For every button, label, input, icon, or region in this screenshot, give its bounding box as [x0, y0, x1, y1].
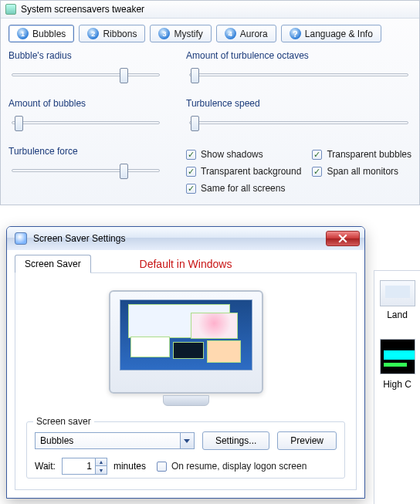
- dialog-title-text: Screen Saver Settings: [33, 233, 320, 244]
- preview-button[interactable]: Preview: [277, 431, 337, 450]
- wait-input[interactable]: [63, 458, 95, 474]
- check-label: Show shadows: [201, 149, 263, 160]
- checkbox-icon: ✓: [312, 150, 322, 160]
- check-label: Span all monitors: [327, 166, 398, 177]
- slider-label: Bubble's radius: [8, 50, 163, 61]
- tab-number-icon: 1: [17, 28, 29, 39]
- minutes-label: minutes: [113, 461, 146, 472]
- check-span-all-monitors[interactable]: ✓ Span all monitors: [312, 166, 412, 177]
- tab-number-icon: 3: [158, 28, 170, 39]
- dialog-titlebar[interactable]: Screen Saver Settings: [7, 227, 364, 250]
- settings-button[interactable]: Settings...: [202, 431, 269, 450]
- slider-label: Turbulence speed: [186, 98, 412, 109]
- dialog-body: Screen Saver S: [7, 250, 364, 498]
- monitor-bezel: [109, 290, 263, 394]
- wait-label: Wait:: [35, 461, 56, 472]
- slider-track[interactable]: [186, 113, 412, 132]
- check-show-shadows[interactable]: ✓ Show shadows: [186, 149, 301, 160]
- checkbox-icon: ✓: [186, 184, 196, 194]
- wait-spinner[interactable]: ▲ ▼: [62, 458, 107, 475]
- tab-label: Ribbons: [103, 29, 137, 39]
- tweaker-tabstrip: 1 Bubbles 2 Ribbons 3 Mystify 4 Aurora ?…: [8, 25, 412, 42]
- tweaker-body: 1 Bubbles 2 Ribbons 3 Mystify 4 Aurora ?…: [1, 19, 419, 205]
- checkbox-icon: ✓: [186, 167, 196, 177]
- check-label: Transparent background: [201, 166, 301, 177]
- slider-amount: Amount of bubbles: [8, 98, 163, 132]
- slider-track[interactable]: [8, 161, 163, 180]
- screensaver-combo[interactable]: Bubbles: [35, 432, 195, 449]
- slider-label: Amount of turbulence octaves: [186, 50, 412, 61]
- right-column: Amount of turbulence octaves Turbulence …: [186, 50, 412, 194]
- spin-up-icon[interactable]: ▲: [96, 458, 107, 466]
- tweaker-titlebar: System screensavers tweaker: [1, 1, 419, 19]
- theme-thumb-strip: Land High C: [374, 270, 420, 504]
- check-label: Same for all screens: [201, 183, 285, 194]
- tab-bubbles[interactable]: 1 Bubbles: [8, 25, 74, 42]
- slider-label: Turbulence force: [8, 146, 163, 157]
- theme-thumb-high-contrast[interactable]: [380, 339, 415, 374]
- tab-label: Mystify: [174, 29, 202, 39]
- tab-mystify[interactable]: 3 Mystify: [150, 25, 211, 42]
- checkbox-icon: ✓: [312, 167, 322, 177]
- check-label: On resume, display logon screen: [171, 461, 307, 472]
- spin-down-icon[interactable]: ▼: [96, 466, 107, 474]
- screensaver-settings-dialog: Screen Saver Settings Default in Windows…: [6, 226, 365, 499]
- close-icon: [338, 234, 347, 243]
- tweaker-app-icon: [5, 4, 16, 15]
- slider-label: Amount of bubbles: [8, 98, 163, 109]
- check-label: Transparent bubbles: [327, 149, 412, 160]
- checkbox-icon: [157, 462, 167, 472]
- check-same-for-all[interactable]: ✓ Same for all screens: [186, 183, 412, 194]
- row-wait: Wait: ▲ ▼ minutes On resume, display log…: [35, 458, 337, 475]
- help-icon: ?: [290, 28, 301, 39]
- tab-language-info[interactable]: ? Language & Info: [281, 25, 381, 42]
- theme-caption: High C: [374, 379, 420, 390]
- checkbox-icon: ✓: [186, 150, 196, 160]
- slider-track[interactable]: [8, 66, 163, 84]
- tab-aurora[interactable]: 4 Aurora: [216, 25, 276, 42]
- chevron-down-icon: [180, 433, 194, 448]
- check-transparent-bubbles[interactable]: ✓ Transparent bubbles: [312, 149, 412, 160]
- dialog-app-icon: [15, 232, 27, 245]
- tab-number-icon: 4: [225, 28, 236, 39]
- button-label: Settings...: [215, 435, 256, 446]
- tab-label: Language & Info: [305, 29, 373, 39]
- button-label: Preview: [290, 435, 323, 446]
- monitor-stand: [163, 395, 209, 406]
- slider-track[interactable]: [186, 66, 412, 84]
- tab-label: Bubbles: [32, 29, 66, 39]
- check-transparent-background[interactable]: ✓ Transparent background: [186, 166, 301, 177]
- tab-screen-saver[interactable]: Screen Saver: [15, 255, 91, 273]
- left-column: Bubble's radius Amount of bubbles Turbul…: [8, 50, 163, 194]
- close-button[interactable]: [326, 231, 360, 246]
- slider-octaves: Amount of turbulence octaves: [186, 50, 412, 84]
- tab-label: Aurora: [240, 29, 268, 39]
- slider-radius: Bubble's radius: [8, 50, 163, 84]
- checkbox-grid: ✓ Show shadows ✓ Transparent bubbles ✓ T…: [186, 149, 412, 194]
- dialog-panel: Screen saver Bubbles Settings... Preview…: [15, 272, 357, 490]
- tweaker-title-text: System screensavers tweaker: [21, 4, 144, 15]
- tweaker-window: System screensavers tweaker 1 Bubbles 2 …: [0, 0, 420, 205]
- tab-ribbons[interactable]: 2 Ribbons: [79, 25, 145, 42]
- slider-force: Turbulence force: [8, 146, 163, 180]
- row-select: Bubbles Settings... Preview: [35, 431, 337, 450]
- slider-track[interactable]: [8, 113, 163, 132]
- monitor-screen: [120, 299, 252, 370]
- screensaver-group: Screen saver Bubbles Settings... Preview…: [26, 421, 345, 479]
- preview-monitor: [109, 290, 263, 406]
- theme-thumb-landscape[interactable]: [380, 280, 415, 306]
- group-legend: Screen saver: [33, 416, 94, 427]
- check-on-resume[interactable]: On resume, display logon screen: [157, 461, 307, 472]
- combo-value: Bubbles: [36, 435, 180, 446]
- bubbles-panel: Bubble's radius Amount of bubbles Turbul…: [8, 50, 412, 194]
- slider-speed: Turbulence speed: [186, 98, 412, 132]
- spinner-arrows: ▲ ▼: [95, 458, 107, 474]
- theme-caption: Land: [374, 310, 420, 320]
- tab-number-icon: 2: [87, 28, 99, 39]
